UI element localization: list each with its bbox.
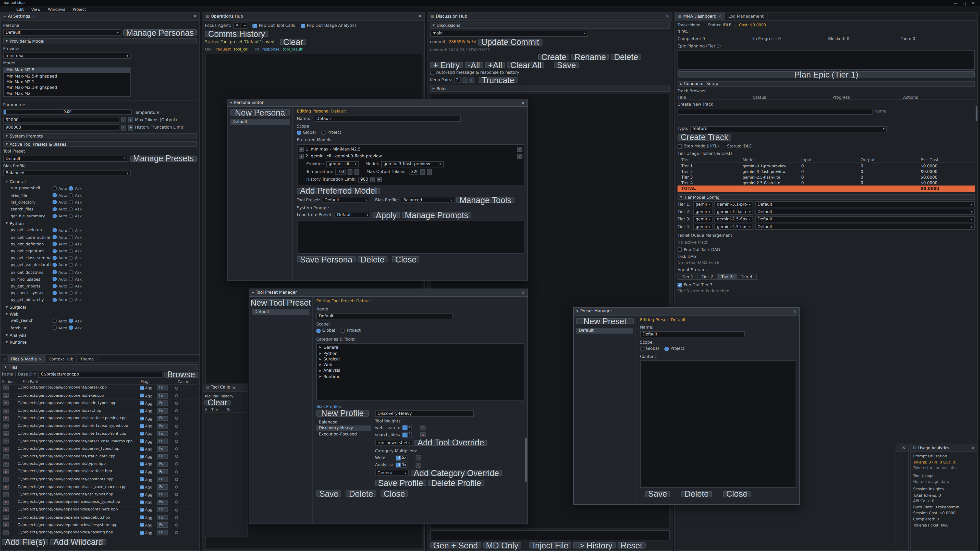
ask-radio[interactable] [69,298,73,302]
tier-model-select[interactable]: gemini-3.1-pro-preview ▾ [714,201,753,207]
auto-radio[interactable] [52,193,57,197]
close-panel-icon[interactable]: × [193,14,197,18]
full-button[interactable]: Full [157,431,168,437]
remove-file-button[interactable]: x [3,446,9,451]
tier-model-select[interactable]: gemini-2.5-flash-lite ▾ [714,216,753,222]
preferred-model-row[interactable]: - 2. gemini_cli - gemini-3-flash-preview… [299,153,523,160]
persona-bias-profile-select[interactable]: Balanced ▾ [401,197,455,203]
scope-global-radio[interactable] [297,130,301,135]
tool-preset-list-item[interactable]: Default [252,309,309,315]
remove-file-button[interactable]: x [3,401,9,406]
md-only-button[interactable]: MD Only [483,542,522,548]
tab-mma-dashboard[interactable]: ▤ MMA Dashboard × [675,13,725,20]
tool-group-python[interactable]: ▼ Python [3,221,197,227]
remove-file-button[interactable]: x [3,462,9,467]
remove-model-button[interactable]: × [517,154,522,159]
tier-provider-select[interactable]: gemini ▾ [693,216,713,222]
auto-radio[interactable] [52,319,57,323]
tier-provider-select[interactable]: gemini ▾ [693,224,713,230]
ask-radio[interactable] [69,277,73,281]
max-tokens-input[interactable]: 32000 [3,117,119,123]
manage-personas-button[interactable]: Manage Personas [123,29,197,35]
full-button[interactable]: Full [157,492,168,497]
weight-slider[interactable]: 4 [402,425,412,430]
tool-override-select[interactable]: run_powershell ▾ [375,440,412,446]
weight-slider[interactable]: 4 [402,432,412,438]
menu-item[interactable]: Windows [44,6,69,11]
full-button[interactable]: Full [157,386,168,391]
multiplier-slider[interactable]: 1.5x [396,455,407,461]
full-button[interactable]: Full [157,477,168,482]
remove-file-button[interactable]: x [3,454,9,459]
bias-profile-item[interactable]: Balanced [316,419,371,425]
remove-file-button[interactable]: x [3,507,9,513]
agg-checkbox[interactable] [140,409,144,413]
clear-all-button[interactable]: Clear All [507,62,544,68]
truncate-button[interactable]: Truncate [479,77,517,83]
manage-prompts-button[interactable]: Manage Prompts [402,212,471,218]
menu-item[interactable]: Edit [13,6,27,11]
system-prompts-section[interactable]: ▼ System Prompts [3,133,197,139]
ask-radio[interactable] [69,214,73,218]
bias-profile-item[interactable]: Discovery-Heavy [316,425,371,431]
category-tree-item[interactable]: ▶ Python [317,351,524,356]
category-tree-item[interactable]: ▶ General [317,345,524,351]
increment-button[interactable]: + [377,177,382,183]
add-tool-override-button[interactable]: Add Tool Override [414,440,487,446]
agg-checkbox[interactable] [140,462,144,466]
model-list-item[interactable]: MiniMax-M2.1 [4,79,130,85]
remove-model-button[interactable]: × [517,147,522,152]
category-tree-item[interactable]: ▶ Analysis [317,368,524,374]
auto-add-checkbox[interactable] [430,70,434,75]
stream-tab[interactable]: Tier 2 [697,274,718,280]
persona-tool-preset-select[interactable]: Default ▾ [322,197,369,203]
stream-tab[interactable]: Tier 1 [678,274,698,280]
agg-checkbox[interactable] [140,432,144,436]
remove-file-button[interactable]: x [3,416,9,421]
agg-checkbox[interactable] [140,447,144,451]
remove-file-button[interactable]: x [3,408,9,413]
tab-theme[interactable]: Theme [77,355,97,362]
auto-radio[interactable] [52,242,57,246]
update-commit-button[interactable]: Update Commit [478,39,542,45]
close-dialog-icon[interactable]: × [521,290,525,295]
tier-preset-select[interactable]: Default ▾ [755,201,975,207]
detail-model-select[interactable]: gemini-3-flash-preview ▾ [381,161,444,167]
full-button[interactable]: Full [157,408,168,413]
close-button[interactable]: Close [392,256,420,262]
full-button[interactable]: Full [157,416,168,421]
auto-radio[interactable] [52,263,57,267]
auto-radio[interactable] [52,235,57,239]
delete-discussion-button[interactable]: Delete [611,54,641,60]
auto-radio[interactable] [52,277,57,281]
preferred-model-row[interactable]: + 1. minimax - MiniMax-M2.5 × [299,146,523,153]
close-panel-icon[interactable]: × [665,14,669,18]
decrement-button[interactable]: - [370,177,375,183]
menu-item[interactable]: Project [69,6,89,11]
pop-out-tool-calls-checkbox[interactable] [253,24,257,28]
persona-select[interactable]: Default ▾ [3,29,121,35]
conductor-setup-section[interactable]: ▶ Conductor Setup [678,81,975,87]
full-button[interactable]: Full [157,507,168,513]
auto-radio[interactable] [52,214,57,218]
ask-radio[interactable] [69,235,73,239]
agg-checkbox[interactable] [140,523,144,527]
manage-tools-button[interactable]: Manage Tools [456,197,514,203]
ask-radio[interactable] [69,207,73,211]
delete-profile-button[interactable]: Delete Profile [428,480,484,486]
bias-profile-select[interactable]: Balanced ▾ [3,170,130,176]
model-list-item[interactable]: MiniMax-M2.1-highspeed [4,85,130,91]
agg-checkbox[interactable] [140,500,144,504]
tool-preset-name-input[interactable]: Default [316,313,452,319]
agg-checkbox[interactable] [140,401,144,405]
agg-checkbox[interactable] [140,508,144,512]
close-tab-icon[interactable]: × [718,14,721,18]
provider-select[interactable]: minimax ▾ [3,52,130,59]
full-button[interactable]: Full [157,446,168,451]
remove-multiplier-button[interactable]: × [416,462,422,468]
remove-file-button[interactable]: x [3,484,9,489]
category-override-select[interactable]: General ▾ [375,470,409,476]
detail-provider-select[interactable]: gemini_cli ▾ [326,161,359,167]
ask-radio[interactable] [69,242,73,246]
agg-checkbox[interactable] [140,440,144,443]
